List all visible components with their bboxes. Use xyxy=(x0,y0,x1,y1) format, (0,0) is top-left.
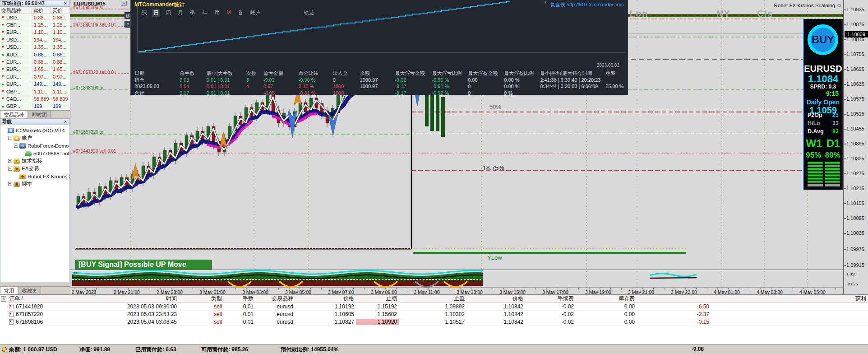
symbol-label: EUR... xyxy=(6,59,21,65)
symbol-cell: ▼EUR... xyxy=(0,29,32,35)
tab-交易品种[interactable]: 交易品种 xyxy=(0,111,28,118)
terminal-column-2[interactable]: 类型 xyxy=(179,295,224,303)
trend-bars-w1 xyxy=(808,162,823,186)
market-watch-row[interactable]: ▲AUD...0.66...0.66... xyxy=(0,51,70,58)
ea-daily-open-label: Daily Open xyxy=(804,98,842,106)
symbol-label: USD... xyxy=(6,15,21,20)
bid-cell: 1.35... xyxy=(32,44,51,50)
stats-cell: 0:34:44 | 3:20:03 | 6:06:09 xyxy=(540,83,605,90)
terminal-column-8[interactable]: 价格 xyxy=(466,295,525,303)
stats-cell: 0 xyxy=(468,83,504,90)
order-row[interactable]: 6718981062023.05.04 03:08:45sell0.01euru… xyxy=(7,318,868,326)
collapse-icon[interactable]: − xyxy=(14,144,18,148)
tree-item-500779868: not[interactable]: 500779868: not xyxy=(1,149,69,157)
bid-cell: 169 xyxy=(32,103,51,109)
stats-header-cell: 最大浮亏金额 xyxy=(395,70,432,77)
market-watch-row[interactable]: ▼GBP...1.25...1.25... xyxy=(0,21,70,28)
terminal-column-profit[interactable]: 获利 xyxy=(711,295,868,303)
bid-cell: 134.... xyxy=(32,37,51,42)
ea-stat-row: P2Op25 xyxy=(804,112,842,118)
market-watch-row[interactable]: ▼USD...134....134.... xyxy=(0,36,70,43)
trend-bar xyxy=(808,165,823,167)
terminal-column-4[interactable]: 交易品种 xyxy=(255,295,295,303)
order-time: 2023.05.04 03:08:45 xyxy=(104,319,179,325)
stats-cell xyxy=(540,90,605,97)
terminal-column-3[interactable]: 手数 xyxy=(224,295,255,303)
expand-icon[interactable]: + xyxy=(8,182,12,186)
tree-item-EA交易[interactable]: −◆EA交易 xyxy=(1,165,69,172)
ea-percent-label: 95% xyxy=(806,151,821,160)
tree-item-技术指标[interactable]: +f技术指标 xyxy=(1,157,69,165)
symbol-cell: ▼USD... xyxy=(0,44,32,50)
balance-icon xyxy=(2,347,7,352)
close-icon[interactable]: × xyxy=(1,296,6,302)
terminal-column-9[interactable]: 手续费 xyxy=(525,295,576,303)
stats-header-cell: 次数 xyxy=(246,70,263,77)
indicators-icon: f xyxy=(14,158,20,164)
terminal-column-7[interactable]: 止盈 xyxy=(399,295,466,303)
stats-cell: 0.01 | 0.01 xyxy=(207,77,246,84)
price-axis-label: 1.10095 xyxy=(846,215,867,221)
arrow-down-icon: ▼ xyxy=(1,97,5,101)
tab-常用[interactable]: 常用 xyxy=(0,287,18,294)
tab-即时图[interactable]: 即时图 xyxy=(28,111,51,118)
order-row[interactable]: 6714419202023.05.03 09:30:00sell0.01euru… xyxy=(7,303,868,311)
expand-icon[interactable]: + xyxy=(8,159,12,163)
terminal-column-5[interactable]: 价格 xyxy=(295,295,356,303)
order-commission: -0.02 xyxy=(525,303,576,310)
market-watch-row[interactable]: ▼CAD...98.88998.899 xyxy=(0,95,70,102)
close-icon[interactable]: × xyxy=(63,119,68,124)
column-ask[interactable]: 买价 xyxy=(51,7,70,14)
market-watch-row[interactable]: ▼USD...0.88...0.88... xyxy=(0,14,70,21)
column-bid[interactable]: 卖价 xyxy=(32,7,51,14)
stats-cell: -9.02 xyxy=(395,77,432,84)
market-watch-row[interactable]: ▼EUR...1.65...1.65... xyxy=(0,66,70,73)
order-row[interactable]: 6718572202023.05.03 23:53:23sell0.01euru… xyxy=(7,311,868,318)
terminal-column-0[interactable]: 订单 / xyxy=(7,295,104,303)
arrow-down-icon: ▼ xyxy=(1,37,5,42)
market-watch-row[interactable]: ▼EUR...1.10...1.10... xyxy=(0,29,70,36)
tree-item-脚本[interactable]: +≣脚本 xyxy=(1,180,69,188)
stats-cell: 0 % xyxy=(504,90,540,97)
tree-item-IC Markets (SC) MT4[interactable]: ▦IC Markets (SC) MT4 xyxy=(1,126,69,134)
tree-item-RoboForex-Demo[interactable]: −▤RoboForex-Demo xyxy=(1,142,69,149)
stats-cell: 0.01 | 0.01 xyxy=(207,90,246,97)
bid-cell: 1.10... xyxy=(32,29,51,35)
server-icon: ▦ xyxy=(8,128,14,133)
market-watch-rows: ▼USD...0.88...0.88...▼GBP...1.25...1.25.… xyxy=(0,14,70,110)
terminal-column-1[interactable]: 时间 xyxy=(104,295,179,303)
close-icon[interactable]: × xyxy=(63,1,68,6)
tree-item-账户[interactable]: −◉账户 xyxy=(1,134,69,142)
tab-收藏夹[interactable]: 收藏夹 xyxy=(18,287,41,294)
market-watch-row[interactable]: ▼USD...1.35...1.35... xyxy=(0,44,70,51)
arrow-down-icon: ▼ xyxy=(1,75,5,79)
market-watch-row[interactable]: ▼GBP...1.11...1.11... xyxy=(0,88,70,95)
collapse-icon[interactable]: − xyxy=(8,167,12,171)
chart-window[interactable]: EURUSD,M15 − 移 ? 50% 18.75% YLow Robot F… xyxy=(70,0,868,296)
ea-timeframes: W1D1 xyxy=(804,137,842,150)
column-symbol[interactable]: 交易品种 xyxy=(0,7,32,14)
minimize-icon[interactable]: − xyxy=(121,1,127,6)
symbol-cell: ▼EUR... xyxy=(0,66,32,72)
market-watch-row[interactable]: ▼EUR...0.88...0.88... xyxy=(0,58,70,65)
order-commission: -0.02 xyxy=(525,319,576,325)
market-watch-header: 交易品种 卖价 买价 xyxy=(0,7,70,14)
market-watch-row[interactable]: ▲GBP...169169 xyxy=(0,103,70,110)
collapse-icon[interactable]: − xyxy=(8,136,12,140)
order-time: 2023.05.03 09:30:00 xyxy=(104,303,179,310)
symbol-label: CAD... xyxy=(6,96,21,102)
buy-button[interactable]: BUY xyxy=(808,24,838,55)
tree-item-Robot FX Kronos S[interactable]: ◆Robot FX Kronos S xyxy=(1,172,69,180)
price-axis-label: 1.10815 xyxy=(846,37,867,42)
terminal-column-10[interactable]: 库存费 xyxy=(576,295,637,303)
order-tp: 1.09892 xyxy=(399,303,466,310)
price-axis-label: 1.10395 xyxy=(846,141,867,146)
ask-cell: 0.66... xyxy=(51,52,70,57)
order-swap: 0.00 xyxy=(576,311,637,317)
market-watch-row[interactable]: ▼EUR...0.97...0.97... xyxy=(0,73,70,80)
market-watch-row[interactable]: ▲EUR...149....149.... xyxy=(0,81,70,88)
price-axis-label: 1.10515 xyxy=(846,111,867,116)
order-symbol: eurusd xyxy=(255,319,295,325)
stats-cell: 0.04 xyxy=(180,83,207,90)
terminal-column-6[interactable]: 止损 xyxy=(356,295,399,303)
